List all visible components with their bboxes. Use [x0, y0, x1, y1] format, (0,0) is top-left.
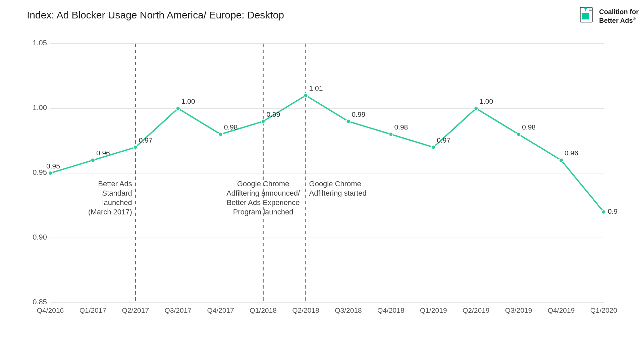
svg-text:(March 2017): (March 2017)	[88, 208, 132, 216]
svg-text:Google Chrome: Google Chrome	[237, 180, 289, 188]
svg-text:Q1/2019: Q1/2019	[420, 306, 447, 314]
svg-text:Better Ads Experience: Better Ads Experience	[227, 198, 300, 207]
svg-point-58	[389, 132, 393, 136]
svg-text:0.97: 0.97	[139, 136, 153, 144]
svg-point-48	[176, 106, 180, 110]
svg-point-46	[133, 145, 138, 149]
svg-text:0.96: 0.96	[565, 149, 578, 157]
svg-point-54	[304, 93, 308, 97]
svg-text:0.90: 0.90	[33, 233, 47, 241]
svg-text:Better Ads: Better Ads	[98, 180, 132, 188]
svg-text:1.00: 1.00	[33, 103, 47, 112]
svg-text:Q3/2019: Q3/2019	[505, 306, 532, 314]
svg-text:0.95: 0.95	[33, 168, 47, 176]
page-container: Coalition forBetter Ads® Index: Ad Block…	[0, 0, 644, 353]
svg-text:Q1/2017: Q1/2017	[79, 306, 107, 314]
svg-text:Q1/2018: Q1/2018	[250, 306, 277, 314]
svg-point-64	[517, 132, 521, 136]
svg-text:Adfiltering started: Adfiltering started	[309, 189, 367, 197]
logo-text: Coalition forBetter Ads®	[599, 7, 639, 25]
svg-point-60	[431, 145, 435, 149]
svg-text:Q2/2018: Q2/2018	[292, 306, 319, 314]
svg-text:0.97: 0.97	[437, 136, 450, 144]
chart-svg: 0.850.900.951.001.05Q4/2016Q1/2017Q2/201…	[27, 34, 617, 326]
svg-text:0.98: 0.98	[394, 123, 408, 131]
svg-point-42	[48, 171, 52, 175]
svg-text:Q3/2018: Q3/2018	[335, 306, 362, 314]
svg-text:launched: launched	[102, 198, 132, 207]
svg-text:0.85: 0.85	[33, 298, 47, 306]
svg-text:Q1/2020: Q1/2020	[590, 306, 617, 314]
svg-text:Standard: Standard	[102, 189, 132, 197]
svg-text:Q4/2019: Q4/2019	[548, 306, 575, 314]
logo-icon	[580, 6, 596, 26]
svg-text:Q4/2017: Q4/2017	[207, 306, 234, 314]
svg-text:0.92: 0.92	[608, 207, 617, 215]
svg-text:Q4/2016: Q4/2016	[37, 306, 64, 314]
svg-rect-4	[585, 9, 586, 11]
svg-point-62	[474, 106, 478, 110]
svg-text:Adfiltering announced/: Adfiltering announced/	[226, 189, 300, 197]
svg-text:0.98: 0.98	[522, 123, 536, 131]
svg-text:0.98: 0.98	[224, 123, 238, 131]
svg-text:0.95: 0.95	[46, 162, 60, 170]
svg-point-68	[602, 210, 606, 214]
svg-text:0.96: 0.96	[96, 149, 110, 157]
chart-title: Index: Ad Blocker Usage North America/ E…	[27, 9, 284, 21]
svg-text:Q3/2017: Q3/2017	[164, 306, 192, 314]
svg-point-44	[91, 158, 95, 162]
svg-point-50	[219, 132, 223, 136]
svg-text:Q4/2018: Q4/2018	[377, 306, 405, 314]
svg-text:Google Chrome: Google Chrome	[309, 180, 361, 188]
svg-text:Program launched: Program launched	[233, 208, 293, 216]
svg-text:Q2/2017: Q2/2017	[122, 306, 149, 314]
svg-text:1.00: 1.00	[479, 97, 493, 105]
svg-text:1.05: 1.05	[33, 39, 47, 47]
svg-text:0.99: 0.99	[267, 110, 280, 118]
svg-text:Q2/2019: Q2/2019	[463, 306, 490, 314]
svg-point-56	[346, 119, 350, 123]
logo-area: Coalition forBetter Ads®	[580, 6, 639, 26]
svg-text:1.00: 1.00	[181, 97, 195, 105]
chart-area: 0.850.900.951.001.05Q4/2016Q1/2017Q2/201…	[27, 34, 617, 326]
svg-rect-2	[582, 13, 589, 19]
svg-point-52	[261, 119, 265, 123]
svg-text:1.01: 1.01	[309, 84, 323, 92]
svg-point-66	[559, 158, 563, 162]
svg-text:0.99: 0.99	[352, 110, 365, 118]
